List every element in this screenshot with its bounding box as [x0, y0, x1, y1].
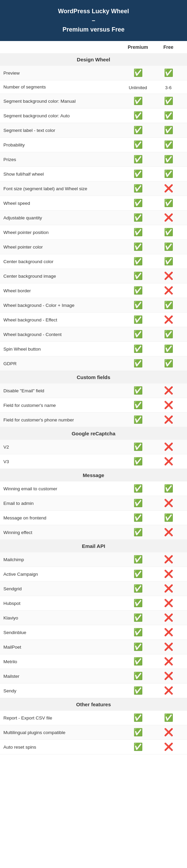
check-icon: ✅	[133, 155, 143, 163]
premium-value: ✅	[123, 359, 153, 368]
premium-value: ✅	[123, 184, 153, 193]
free-value: ❌	[153, 286, 184, 295]
feature-label: Email to admin	[3, 501, 123, 506]
text-value: 3-6	[165, 85, 172, 90]
feature-label: Center background image	[3, 274, 123, 279]
cross-icon: ❌	[164, 286, 173, 295]
premium-value: ✅	[123, 613, 153, 622]
premium-value: ✅	[123, 657, 153, 666]
check-icon: ✅	[164, 68, 173, 77]
feature-label: Wheel background - Content	[3, 332, 123, 337]
check-icon: ✅	[133, 111, 143, 120]
feature-label: V2	[3, 445, 123, 450]
cross-icon: ❌	[164, 442, 173, 451]
table-row: Wheel pointer color✅✅	[0, 240, 187, 254]
check-icon: ✅	[133, 330, 143, 338]
check-icon: ✅	[133, 386, 143, 395]
premium-value: ✅	[123, 111, 153, 120]
cross-icon: ❌	[164, 499, 173, 507]
premium-value: ✅	[123, 228, 153, 237]
table-row: Number of segmentsUnlimited3-6	[0, 80, 187, 94]
free-value: ✅	[153, 484, 184, 493]
check-icon: ✅	[164, 330, 173, 338]
cross-icon: ❌	[164, 555, 173, 564]
check-icon: ✅	[133, 643, 143, 651]
feature-label: Mailchimp	[3, 557, 123, 562]
premium-value: ✅	[123, 442, 153, 451]
cross-icon: ❌	[164, 628, 173, 636]
table-row: Wheel background - Content✅✅	[0, 327, 187, 342]
cross-icon: ❌	[164, 528, 173, 536]
check-icon: ✅	[133, 286, 143, 295]
feature-label: Disable "Email" field	[3, 388, 123, 393]
feature-label: Segment background color: Auto	[3, 113, 123, 118]
check-icon: ✅	[164, 228, 173, 236]
check-icon: ✅	[133, 457, 143, 466]
free-value: ❌	[153, 272, 184, 280]
free-value: ❌	[153, 184, 184, 193]
check-icon: ✅	[133, 170, 143, 178]
free-value: ❌	[153, 728, 184, 737]
section-header-3: Message	[0, 469, 187, 481]
cross-icon: ❌	[164, 315, 173, 324]
feature-label: Preview	[3, 71, 123, 76]
table-row: Segment background color: Auto✅✅	[0, 108, 187, 123]
check-icon: ✅	[133, 686, 143, 695]
table-row: Segment label - text color✅✅	[0, 123, 187, 138]
cross-icon: ❌	[164, 184, 173, 193]
cross-icon: ❌	[164, 570, 173, 578]
premium-value: ✅	[123, 672, 153, 680]
check-icon: ✅	[164, 111, 173, 120]
premium-value: ✅	[123, 286, 153, 295]
feature-label: V3	[3, 459, 123, 464]
premium-value: ✅	[123, 213, 153, 222]
cross-icon: ❌	[164, 613, 173, 622]
free-value: ✅	[153, 170, 184, 178]
table-row: Klaviyo✅❌	[0, 611, 187, 625]
feature-label: Hubspot	[3, 601, 123, 606]
premium-value: ✅	[123, 584, 153, 593]
table-row: V3✅❌	[0, 454, 187, 469]
text-value: Unlimited	[129, 85, 147, 90]
table-row: Field for customer's phone number✅❌	[0, 413, 187, 427]
premium-value: ✅	[123, 199, 153, 208]
check-icon: ✅	[164, 155, 173, 163]
check-icon: ✅	[164, 199, 173, 207]
header-dash: –	[92, 17, 95, 24]
check-icon: ✅	[164, 513, 173, 522]
feature-label: Wheel background - Effect	[3, 317, 123, 322]
feature-label: Sendgrid	[3, 586, 123, 591]
check-icon: ✅	[133, 584, 143, 593]
free-value: ✅	[153, 359, 184, 368]
premium-value: ✅	[123, 140, 153, 149]
free-value: ❌	[153, 657, 184, 666]
cross-icon: ❌	[164, 457, 173, 466]
free-value: ✅	[153, 344, 184, 353]
premium-value: ✅	[123, 513, 153, 522]
cross-icon: ❌	[164, 401, 173, 409]
check-icon: ✅	[164, 301, 173, 309]
table-row: Sendinblue✅❌	[0, 625, 187, 640]
table-row: Metrilo✅❌	[0, 654, 187, 669]
cross-icon: ❌	[164, 657, 173, 666]
feature-label: Wheel pointer position	[3, 230, 123, 235]
table-row: Winning email to customer✅✅	[0, 481, 187, 496]
table-row: Sendy✅❌	[0, 684, 187, 698]
table-row: Auto reset spins✅❌	[0, 740, 187, 754]
table-row: Wheel border✅❌	[0, 283, 187, 298]
comparison-table: Design WheelPreview✅✅Number of segmentsU…	[0, 53, 187, 754]
feature-label: Wheel speed	[3, 201, 123, 206]
column-headers: Premium Free	[0, 41, 187, 53]
premium-value: ✅	[123, 628, 153, 637]
table-row: MailPoet✅❌	[0, 640, 187, 654]
free-value: ❌	[153, 401, 184, 410]
section-header-1: Custom fields	[0, 371, 187, 383]
feature-label: Segment label - text color	[3, 128, 123, 133]
table-row: Wheel background - Effect✅❌	[0, 313, 187, 327]
table-row: Adjustable quantity✅❌	[0, 211, 187, 225]
feature-label: Winning email to customer	[3, 486, 123, 491]
cross-icon: ❌	[164, 584, 173, 593]
table-row: Center background color✅✅	[0, 254, 187, 269]
check-icon: ✅	[164, 170, 173, 178]
premium-value: ✅	[123, 272, 153, 280]
